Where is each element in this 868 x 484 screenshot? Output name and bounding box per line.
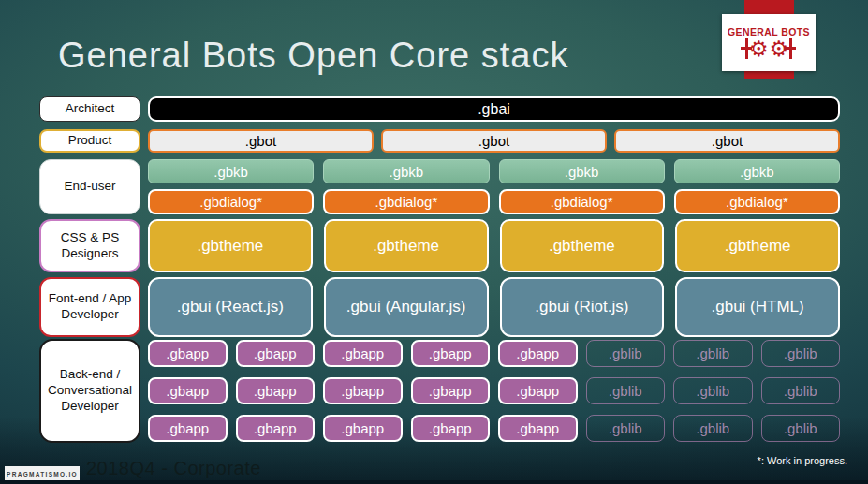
gblib-block: .gblib — [761, 340, 841, 367]
gblib-block: .gblib — [673, 377, 753, 404]
gbapp-block: .gbapp — [411, 415, 491, 442]
gbkb-block: .gbkb — [499, 159, 665, 183]
gbapp-block: .gbapp — [148, 340, 228, 367]
general-bots-logo: GENERAL BOTS ⚙⚙ — [722, 14, 816, 71]
gbapp-block: .gbapp — [236, 377, 316, 404]
footer-text: 2018Q4 - Corporate — [86, 458, 261, 479]
gbapp-block: .gbapp — [411, 377, 491, 404]
gblib-block: .gblib — [586, 340, 666, 367]
gbui-react-block: .gbui (React.js) — [148, 277, 313, 337]
role-label-end-user: End-user — [39, 159, 140, 214]
role-label-css-ps-designers: CSS & PS Designers — [39, 219, 140, 272]
gbapp-block: .gbapp — [498, 415, 578, 442]
gbdialog-block: .gbdialog* — [148, 189, 314, 214]
gbtheme-row: .gbtheme .gbtheme .gbtheme .gbtheme — [148, 219, 840, 272]
gbdialog-block: .gbdialog* — [323, 189, 489, 214]
gblib-block: .gblib — [586, 415, 666, 442]
gbot-block: .gbot — [381, 129, 607, 153]
gbapp-block: .gbapp — [236, 340, 316, 367]
gbapp-gblib-row: .gbapp .gbapp .gbapp .gbapp .gbapp .gbli… — [148, 415, 840, 442]
logo-wordmark: GENERAL BOTS — [728, 26, 810, 37]
role-label-frontend-app-developer: Font-end / App Developer — [39, 277, 140, 337]
role-label-text: Architect — [66, 101, 115, 117]
gbtheme-block: .gbtheme — [675, 219, 840, 272]
gbkb-block: .gbkb — [323, 159, 489, 183]
gblib-block: .gblib — [673, 340, 753, 367]
gbapp-block: .gbapp — [148, 415, 228, 442]
gbapp-block: .gbapp — [323, 340, 403, 367]
gbui-angular-block: .gbui (Angular.js) — [324, 277, 489, 337]
gbtheme-block: .gbtheme — [148, 219, 313, 272]
gbapp-block: .gbapp — [498, 340, 578, 367]
gbdialog-row: .gbdialog* .gbdialog* .gbdialog* .gbdial… — [148, 189, 840, 214]
role-label-text: End-user — [65, 179, 116, 195]
gbui-riot-block: .gbui (Riot.js) — [500, 277, 665, 337]
bottom-edge-divider — [0, 480, 868, 484]
role-label-text: Back-end / Conversational Developer — [47, 367, 133, 415]
gbapp-block: .gbapp — [323, 415, 403, 442]
role-label-text: Font-end / App Developer — [47, 291, 133, 323]
role-label-product: Product — [39, 129, 140, 153]
gears-icon: ⚙⚙ — [745, 38, 791, 60]
slide: General Bots Open Core stack GENERAL BOT… — [0, 0, 868, 484]
role-label-backend-conversational-developer: Back-end / Conversational Developer — [39, 339, 140, 443]
role-label-text: Product — [68, 133, 112, 149]
role-label-architect: Architect — [39, 96, 140, 122]
gbui-row: .gbui (React.js) .gbui (Angular.js) .gbu… — [148, 277, 840, 337]
work-in-progress-footnote: *: Work in progress. — [758, 455, 847, 466]
gbdialog-block: .gbdialog* — [674, 189, 840, 214]
gblib-block: .gblib — [673, 415, 753, 442]
gbapp-block: .gbapp — [236, 415, 316, 442]
gbdialog-block: .gbdialog* — [499, 189, 665, 214]
page-title: General Bots Open Core stack — [58, 36, 568, 76]
gbapp-gblib-row: .gbapp .gbapp .gbapp .gbapp .gbapp .gbli… — [148, 377, 840, 404]
gbot-block: .gbot — [148, 129, 374, 153]
gbot-block: .gbot — [614, 129, 840, 153]
gbkb-block: .gbkb — [148, 159, 314, 183]
gbui-html-block: .gbui (HTML) — [675, 277, 840, 337]
gbapp-block: .gbapp — [323, 377, 403, 404]
gbapp-block: .gbapp — [498, 377, 578, 404]
gblib-block: .gblib — [586, 377, 666, 404]
gbtheme-block: .gbtheme — [500, 219, 665, 272]
gblib-block: .gblib — [761, 377, 841, 404]
gbapp-block: .gbapp — [411, 340, 491, 367]
gblib-block: .gblib — [761, 415, 841, 442]
gbkb-block: .gbkb — [674, 159, 840, 183]
gear-bar-right-icon — [789, 38, 792, 59]
gbapp-block: .gbapp — [148, 377, 228, 404]
pragmatismo-badge: PRAGMATISMO.IO — [5, 466, 80, 481]
gbai-block: .gbai — [148, 96, 840, 122]
gbtheme-block: .gbtheme — [324, 219, 489, 272]
gbkb-row: .gbkb .gbkb .gbkb .gbkb — [148, 159, 840, 183]
gear-bar-left-icon — [745, 38, 748, 59]
role-label-text: CSS & PS Designers — [47, 230, 133, 262]
gbapp-gblib-row: .gbapp .gbapp .gbapp .gbapp .gbapp .gbli… — [148, 340, 840, 367]
gbot-row: .gbot .gbot .gbot — [148, 129, 840, 153]
